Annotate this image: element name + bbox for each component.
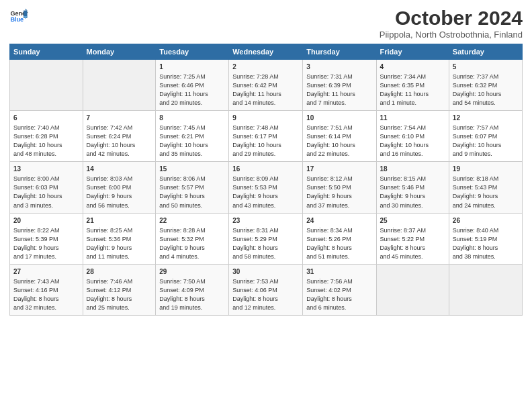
day-number: 29 bbox=[159, 267, 225, 277]
calendar-cell: 21Sunrise: 8:25 AM Sunset: 5:36 PM Dayli… bbox=[83, 213, 156, 264]
calendar-cell: 16Sunrise: 8:09 AM Sunset: 5:53 PM Dayli… bbox=[229, 162, 303, 213]
calendar-cell: 25Sunrise: 8:37 AM Sunset: 5:22 PM Dayli… bbox=[376, 213, 449, 264]
day-number: 19 bbox=[453, 165, 519, 174]
calendar-cell: 7Sunrise: 7:42 AM Sunset: 6:24 PM Daylig… bbox=[83, 111, 156, 162]
page-header: General Blue October 2024 Piippola, Nort… bbox=[9, 7, 523, 40]
title-section: October 2024 Piippola, North Ostrobothni… bbox=[380, 7, 523, 40]
calendar-cell: 9Sunrise: 7:48 AM Sunset: 6:17 PM Daylig… bbox=[229, 111, 303, 162]
cell-content: Sunrise: 8:03 AM Sunset: 6:00 PM Dayligh… bbox=[87, 175, 152, 210]
calendar-cell bbox=[83, 60, 156, 111]
calendar-cell bbox=[376, 264, 449, 315]
cell-content: Sunrise: 7:28 AM Sunset: 6:42 PM Dayligh… bbox=[232, 73, 299, 107]
logo: General Blue bbox=[9, 7, 28, 26]
calendar-week-3: 13Sunrise: 8:00 AM Sunset: 6:03 PM Dayli… bbox=[10, 162, 523, 213]
cell-content: Sunrise: 8:22 AM Sunset: 5:39 PM Dayligh… bbox=[13, 226, 79, 261]
cell-content: Sunrise: 7:48 AM Sunset: 6:17 PM Dayligh… bbox=[232, 124, 299, 158]
cell-content: Sunrise: 7:34 AM Sunset: 6:35 PM Dayligh… bbox=[380, 73, 445, 107]
day-number: 6 bbox=[13, 113, 79, 123]
cell-content: Sunrise: 7:37 AM Sunset: 6:32 PM Dayligh… bbox=[453, 73, 519, 107]
cell-content: Sunrise: 7:40 AM Sunset: 6:28 PM Dayligh… bbox=[13, 124, 79, 158]
calendar-week-5: 27Sunrise: 7:43 AM Sunset: 4:16 PM Dayli… bbox=[10, 264, 523, 315]
calendar-cell bbox=[10, 60, 83, 111]
cell-content: Sunrise: 7:45 AM Sunset: 6:21 PM Dayligh… bbox=[159, 124, 225, 158]
calendar-cell: 28Sunrise: 7:46 AM Sunset: 4:12 PM Dayli… bbox=[83, 264, 156, 315]
day-number: 28 bbox=[87, 267, 152, 277]
calendar-cell: 15Sunrise: 8:06 AM Sunset: 5:57 PM Dayli… bbox=[156, 162, 229, 213]
cell-content: Sunrise: 8:37 AM Sunset: 5:22 PM Dayligh… bbox=[380, 226, 445, 261]
day-number: 18 bbox=[380, 165, 445, 174]
day-number: 25 bbox=[380, 216, 445, 226]
calendar-cell: 29Sunrise: 7:50 AM Sunset: 4:09 PM Dayli… bbox=[156, 264, 229, 315]
cell-content: Sunrise: 8:06 AM Sunset: 5:57 PM Dayligh… bbox=[159, 175, 225, 210]
day-number: 31 bbox=[306, 267, 372, 277]
cell-content: Sunrise: 8:00 AM Sunset: 6:03 PM Dayligh… bbox=[13, 175, 79, 210]
cell-content: Sunrise: 7:46 AM Sunset: 4:12 PM Dayligh… bbox=[87, 277, 152, 312]
calendar-cell: 20Sunrise: 8:22 AM Sunset: 5:39 PM Dayli… bbox=[10, 213, 83, 264]
cell-content: Sunrise: 7:57 AM Sunset: 6:07 PM Dayligh… bbox=[453, 124, 519, 158]
cell-content: Sunrise: 7:53 AM Sunset: 4:06 PM Dayligh… bbox=[232, 277, 299, 312]
calendar-cell: 10Sunrise: 7:51 AM Sunset: 6:14 PM Dayli… bbox=[303, 111, 376, 162]
day-number: 20 bbox=[13, 216, 79, 226]
logo-icon: General Blue bbox=[9, 7, 28, 26]
cell-content: Sunrise: 7:42 AM Sunset: 6:24 PM Dayligh… bbox=[87, 124, 152, 158]
cell-content: Sunrise: 7:56 AM Sunset: 4:02 PM Dayligh… bbox=[306, 277, 372, 312]
calendar-cell: 22Sunrise: 8:28 AM Sunset: 5:32 PM Dayli… bbox=[156, 213, 229, 264]
day-number: 21 bbox=[87, 216, 152, 226]
day-number: 4 bbox=[380, 62, 445, 72]
calendar-cell: 31Sunrise: 7:56 AM Sunset: 4:02 PM Dayli… bbox=[303, 264, 376, 315]
calendar-cell: 27Sunrise: 7:43 AM Sunset: 4:16 PM Dayli… bbox=[10, 264, 83, 315]
col-wednesday: Wednesday bbox=[229, 44, 303, 60]
col-friday: Friday bbox=[376, 44, 449, 60]
day-number: 9 bbox=[232, 113, 299, 123]
day-number: 8 bbox=[159, 113, 225, 123]
calendar-cell: 24Sunrise: 8:34 AM Sunset: 5:26 PM Dayli… bbox=[303, 213, 376, 264]
calendar-cell: 13Sunrise: 8:00 AM Sunset: 6:03 PM Dayli… bbox=[10, 162, 83, 213]
svg-text:Blue: Blue bbox=[10, 16, 24, 23]
day-number: 10 bbox=[306, 113, 372, 123]
day-number: 16 bbox=[232, 165, 299, 174]
calendar-cell: 19Sunrise: 8:18 AM Sunset: 5:43 PM Dayli… bbox=[449, 162, 522, 213]
day-number: 30 bbox=[232, 267, 299, 277]
calendar-cell: 1Sunrise: 7:25 AM Sunset: 6:46 PM Daylig… bbox=[156, 60, 229, 111]
day-number: 14 bbox=[87, 165, 152, 174]
day-number: 3 bbox=[306, 62, 372, 72]
cell-content: Sunrise: 7:25 AM Sunset: 6:46 PM Dayligh… bbox=[159, 73, 225, 107]
cell-content: Sunrise: 7:43 AM Sunset: 4:16 PM Dayligh… bbox=[13, 277, 79, 312]
cell-content: Sunrise: 8:09 AM Sunset: 5:53 PM Dayligh… bbox=[232, 175, 299, 210]
calendar-cell: 30Sunrise: 7:53 AM Sunset: 4:06 PM Dayli… bbox=[229, 264, 303, 315]
col-saturday: Saturday bbox=[449, 44, 522, 60]
cell-content: Sunrise: 8:25 AM Sunset: 5:36 PM Dayligh… bbox=[87, 226, 152, 261]
day-number: 22 bbox=[159, 216, 225, 226]
day-number: 11 bbox=[380, 113, 445, 123]
day-number: 17 bbox=[306, 165, 372, 174]
calendar-cell bbox=[449, 264, 522, 315]
calendar-cell: 17Sunrise: 8:12 AM Sunset: 5:50 PM Dayli… bbox=[303, 162, 376, 213]
day-number: 7 bbox=[87, 113, 152, 123]
cell-content: Sunrise: 8:28 AM Sunset: 5:32 PM Dayligh… bbox=[159, 226, 225, 261]
cell-content: Sunrise: 8:12 AM Sunset: 5:50 PM Dayligh… bbox=[306, 175, 372, 210]
calendar-cell: 12Sunrise: 7:57 AM Sunset: 6:07 PM Dayli… bbox=[449, 111, 522, 162]
cell-content: Sunrise: 8:15 AM Sunset: 5:46 PM Dayligh… bbox=[380, 175, 445, 210]
day-number: 1 bbox=[159, 62, 225, 72]
calendar-cell: 8Sunrise: 7:45 AM Sunset: 6:21 PM Daylig… bbox=[156, 111, 229, 162]
day-number: 23 bbox=[232, 216, 299, 226]
day-number: 2 bbox=[232, 62, 299, 72]
calendar-week-4: 20Sunrise: 8:22 AM Sunset: 5:39 PM Dayli… bbox=[10, 213, 523, 264]
cell-content: Sunrise: 7:54 AM Sunset: 6:10 PM Dayligh… bbox=[380, 124, 445, 158]
calendar-cell: 6Sunrise: 7:40 AM Sunset: 6:28 PM Daylig… bbox=[10, 111, 83, 162]
day-number: 12 bbox=[453, 113, 519, 123]
cell-content: Sunrise: 8:34 AM Sunset: 5:26 PM Dayligh… bbox=[306, 226, 372, 261]
cell-content: Sunrise: 8:18 AM Sunset: 5:43 PM Dayligh… bbox=[453, 175, 519, 210]
calendar-cell: 3Sunrise: 7:31 AM Sunset: 6:39 PM Daylig… bbox=[303, 60, 376, 111]
calendar-cell: 14Sunrise: 8:03 AM Sunset: 6:00 PM Dayli… bbox=[83, 162, 156, 213]
calendar-cell: 5Sunrise: 7:37 AM Sunset: 6:32 PM Daylig… bbox=[449, 60, 522, 111]
calendar-week-2: 6Sunrise: 7:40 AM Sunset: 6:28 PM Daylig… bbox=[10, 111, 523, 162]
cell-content: Sunrise: 7:51 AM Sunset: 6:14 PM Dayligh… bbox=[306, 124, 372, 158]
day-number: 27 bbox=[13, 267, 79, 277]
calendar-cell: 26Sunrise: 8:40 AM Sunset: 5:19 PM Dayli… bbox=[449, 213, 522, 264]
cell-content: Sunrise: 8:40 AM Sunset: 5:19 PM Dayligh… bbox=[453, 226, 519, 261]
day-number: 24 bbox=[306, 216, 372, 226]
calendar-cell: 23Sunrise: 8:31 AM Sunset: 5:29 PM Dayli… bbox=[229, 213, 303, 264]
calendar-cell: 11Sunrise: 7:54 AM Sunset: 6:10 PM Dayli… bbox=[376, 111, 449, 162]
calendar-cell: 4Sunrise: 7:34 AM Sunset: 6:35 PM Daylig… bbox=[376, 60, 449, 111]
